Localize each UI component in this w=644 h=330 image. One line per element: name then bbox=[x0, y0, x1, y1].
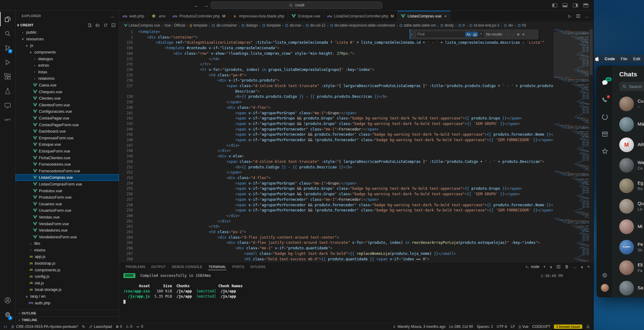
activity-testing[interactable] bbox=[0, 84, 15, 98]
tab-produtoscontroller-php[interactable]: phpProdutosController.phpM bbox=[169, 11, 229, 21]
tree-item-clientesform-vue[interactable]: ClientesForm.vue bbox=[16, 102, 119, 108]
activity-extensions[interactable] bbox=[0, 69, 15, 84]
panel-tab-problems[interactable]: PROBLEMS bbox=[123, 262, 148, 271]
panel-action-chevup[interactable]: ∧ bbox=[581, 265, 584, 269]
find-option-aa[interactable]: Aa bbox=[466, 32, 471, 37]
run-icon[interactable]: ▷ bbox=[568, 14, 571, 18]
panel-action-termico[interactable]: node bbox=[525, 265, 540, 269]
code-line[interactable]: 257 <span v-if="agruparPorFornecedor" cl… bbox=[119, 197, 554, 203]
crumb-div-container[interactable]: div.container bbox=[212, 23, 237, 28]
status-spaces-2[interactable]: Spaces: 2 bbox=[475, 323, 495, 330]
code-line[interactable]: 164 <div class="row" v-show="!loadings.l… bbox=[119, 51, 554, 57]
tree-item-vendasform-vue[interactable]: VendasForm.vue bbox=[16, 220, 119, 227]
toggle-secondary-sidebar-icon[interactable] bbox=[573, 3, 578, 7]
code-line[interactable]: 156 <template #conteudo v-if="lista_comp… bbox=[119, 46, 554, 51]
tree-item-estoque-vue[interactable]: Estoque.vue bbox=[16, 141, 119, 148]
chat-list-item[interactable]: WaCe bbox=[619, 155, 644, 175]
tree-item-configuracoes-vue[interactable]: Configuracoes.vue bbox=[16, 108, 119, 115]
crumb-dialogo[interactable]: dialogo bbox=[241, 23, 258, 28]
code-line[interactable]: 240 <div class="d-flex"> bbox=[119, 105, 554, 111]
status-ln-289-col-90[interactable]: Ln 289, Col 90 bbox=[447, 323, 475, 330]
tree-item-listas[interactable]: ›listas bbox=[16, 69, 119, 75]
tree-item-local-storage-js[interactable]: JSlocal-storage.js bbox=[16, 286, 119, 293]
refresh-icon[interactable] bbox=[103, 23, 108, 28]
status-0[interactable]: 0 bbox=[134, 323, 145, 330]
whatsapp-status-icon[interactable] bbox=[601, 113, 609, 121]
tree-item-relatorios[interactable]: ›relatorios bbox=[16, 75, 119, 82]
tab-impressao-lista-blade-php[interactable]: bimpressao-lista.blade.php bbox=[229, 11, 288, 21]
tab-web-php[interactable]: phpweb.php bbox=[119, 11, 148, 21]
status-vue[interactable]: {}Vue bbox=[517, 323, 530, 330]
status-lf[interactable]: LF bbox=[509, 323, 517, 330]
splitview-icon[interactable] bbox=[576, 14, 580, 18]
menu-edit[interactable]: Edit bbox=[633, 57, 640, 61]
status-wandry-moura-3-months-ago[interactable]: Wandry Moura, 3 months ago bbox=[390, 323, 448, 330]
panel-tab-terminal[interactable]: TERMINAL bbox=[205, 262, 229, 271]
panel-action-trash[interactable] bbox=[565, 265, 569, 269]
tree-item-components[interactable]: ∨components bbox=[16, 49, 119, 56]
tree-item-extras[interactable]: ›extras bbox=[16, 62, 119, 69]
activity-run-debug[interactable] bbox=[0, 55, 15, 69]
tree-item-libs[interactable]: ›libs bbox=[16, 240, 119, 247]
crumb-div-row[interactable]: div.row bbox=[285, 23, 301, 28]
chat-list-item[interactable]: PLANETAPeSh bbox=[619, 237, 644, 257]
status-1-known-issue[interactable]: 1 known issue bbox=[552, 323, 584, 330]
whatsapp-archived-icon[interactable] bbox=[601, 130, 609, 138]
code-line[interactable]: 244 <span v-if="agruparPorFornecedor" cl… bbox=[119, 127, 554, 132]
status-cre-2024-0915-pa-ajustes-pontuais[interactable]: CRE-2024-0915-PA-Ajustes-pontuais* bbox=[9, 323, 80, 330]
code-line[interactable]: 236 <div v-if="produto.produto"> bbox=[119, 78, 554, 83]
menu-file[interactable]: File bbox=[621, 57, 628, 61]
tree-item-vendedoresform-vue[interactable]: VendedoresForm.vue bbox=[16, 233, 119, 240]
tree-item-contaspagar-vue[interactable]: ContasPagar.vue bbox=[16, 115, 119, 122]
customize-layout-icon[interactable] bbox=[583, 3, 588, 7]
tree-item-usuariosform-vue[interactable]: UsuariosForm.vue bbox=[16, 207, 119, 214]
find-option-ab[interactable]: ab bbox=[472, 32, 478, 37]
crumb-tbody[interactable]: tbody bbox=[440, 23, 454, 28]
menu-code[interactable]: Code bbox=[605, 57, 615, 61]
tab-estoque-vue[interactable]: Estoque.vue bbox=[288, 11, 324, 21]
nav-forward-icon[interactable]: → bbox=[204, 3, 208, 8]
apple-icon[interactable] bbox=[595, 57, 599, 61]
tree-item-fornecedoresform-vue[interactable]: FornecedoresForm.vue bbox=[16, 167, 119, 174]
activity-search[interactable] bbox=[0, 26, 15, 41]
code-line[interactable]: 261 </div> bbox=[119, 219, 554, 224]
crumb-vue-official[interactable]: Vue - Official bbox=[164, 23, 185, 28]
tab-env[interactable]: ⚙.env bbox=[148, 11, 169, 21]
tab-listascompras-vue[interactable]: ListasCompras.vue× bbox=[397, 11, 450, 21]
activity-remote-explorer[interactable] bbox=[0, 98, 15, 112]
code-line[interactable]: 253 <div class="d-flex"> bbox=[119, 175, 554, 181]
panel-action-more[interactable]: … bbox=[573, 265, 577, 269]
crumb-template[interactable]: {}template bbox=[189, 23, 207, 28]
tree-item-resources[interactable]: ∨resources bbox=[16, 36, 119, 42]
tree-item-clientes-vue[interactable]: Clientes.vue bbox=[16, 95, 119, 102]
tree-item-produtos-vue[interactable]: Produtos.vue bbox=[16, 187, 119, 194]
code-line[interactable]: 243 <span v-if="agruparPorGrupo && !prod… bbox=[119, 121, 554, 127]
code-line[interactable]: 254 <span v-if="agruparPorGrupo" class="… bbox=[119, 181, 554, 186]
code-line[interactable]: 238 <b>{{ produto.produto.Codigo }} - {{… bbox=[119, 94, 554, 100]
activity-settings[interactable]: ⚙1 bbox=[0, 307, 15, 322]
code-line[interactable]: 262 </td> bbox=[119, 224, 554, 229]
panel-tab-gitlens[interactable]: GITLENS bbox=[247, 262, 269, 271]
tree-item-public[interactable]: ›public bbox=[16, 29, 119, 36]
code-line[interactable]: 260 </div> bbox=[119, 213, 554, 219]
tree-item-produtosform-vue[interactable]: ProdutosForm.vue bbox=[16, 194, 119, 201]
code-line[interactable]: 266 <div class="me-1" v-if="produto.quan… bbox=[119, 246, 554, 251]
crumb-div-col-12[interactable]: div.col-12 bbox=[306, 23, 325, 28]
crumb-template[interactable]: template bbox=[262, 23, 281, 28]
crumb-listascompras-vue[interactable]: ListasCompras.vue bbox=[124, 23, 160, 28]
tree-item-estoqueform-vue[interactable]: EstoqueForm.vue bbox=[16, 148, 119, 155]
profile-avatar[interactable] bbox=[601, 284, 609, 292]
crumb-div[interactable]: div bbox=[504, 23, 513, 28]
tree-item-config-js[interactable]: JSconfig.js bbox=[16, 273, 119, 280]
tree-item-usuarios-vue[interactable]: Usuarios.vue bbox=[16, 200, 119, 207]
crumb-table-table-table-sm[interactable]: table.table.table-sm bbox=[399, 23, 436, 28]
code-line[interactable]: 245 <span v-if="agruparPorFornecedor && … bbox=[119, 132, 554, 138]
whatsapp-search-input[interactable]: Search bbox=[619, 82, 644, 91]
panel-tab-ports[interactable]: PORTS bbox=[229, 262, 247, 271]
code-line[interactable]: 251 <b>{{ produto.Codigo }} - {{ produto… bbox=[119, 165, 554, 170]
whatsapp-chats-icon[interactable]: 40 bbox=[601, 79, 609, 86]
section-timeline[interactable]: ›TIMELINE bbox=[16, 316, 119, 323]
minimap-slider[interactable] bbox=[554, 32, 589, 78]
activity-source-control[interactable]: 2 bbox=[0, 41, 15, 55]
code-editor[interactable]: 1<template>2 <div class="container">155 … bbox=[119, 29, 554, 262]
